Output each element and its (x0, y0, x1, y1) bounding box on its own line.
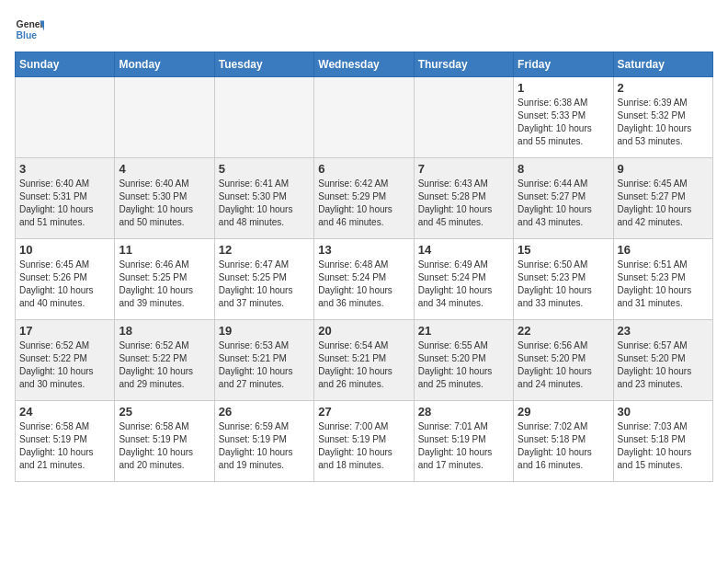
day-info: Sunrise: 6:51 AMSunset: 5:23 PMDaylight:… (618, 259, 709, 310)
day-number: 21 (418, 324, 509, 338)
calendar-day-cell: 3Sunrise: 6:40 AMSunset: 5:31 PMDaylight… (16, 158, 115, 239)
calendar-day-cell (214, 77, 313, 158)
day-number: 28 (418, 405, 509, 419)
calendar-day-cell: 17Sunrise: 6:52 AMSunset: 5:22 PMDayligh… (16, 320, 115, 401)
day-number: 16 (618, 243, 709, 257)
day-number: 10 (19, 243, 110, 257)
day-info: Sunrise: 6:45 AMSunset: 5:26 PMDaylight:… (19, 259, 110, 310)
day-info: Sunrise: 6:44 AMSunset: 5:27 PMDaylight:… (518, 178, 609, 229)
calendar-day-cell (414, 77, 513, 158)
weekday-header-monday: Monday (115, 52, 214, 77)
weekday-header-saturday: Saturday (613, 52, 712, 77)
day-info: Sunrise: 6:38 AMSunset: 5:33 PMDaylight:… (518, 97, 609, 148)
calendar-day-cell: 10Sunrise: 6:45 AMSunset: 5:26 PMDayligh… (16, 239, 115, 320)
day-info: Sunrise: 6:52 AMSunset: 5:22 PMDaylight:… (19, 339, 110, 391)
day-number: 4 (119, 162, 210, 176)
day-number: 1 (518, 81, 609, 95)
calendar-day-cell: 13Sunrise: 6:48 AMSunset: 5:24 PMDayligh… (314, 239, 414, 320)
day-info: Sunrise: 6:58 AMSunset: 5:19 PMDaylight:… (19, 420, 110, 472)
calendar-day-cell: 29Sunrise: 7:02 AMSunset: 5:18 PMDayligh… (514, 401, 613, 482)
day-info: Sunrise: 7:00 AMSunset: 5:19 PMDaylight:… (318, 420, 409, 472)
day-info: Sunrise: 6:40 AMSunset: 5:30 PMDaylight:… (119, 178, 210, 229)
weekday-header-wednesday: Wednesday (314, 52, 414, 77)
day-number: 30 (618, 405, 709, 419)
day-info: Sunrise: 6:59 AMSunset: 5:19 PMDaylight:… (219, 420, 310, 472)
day-number: 27 (318, 405, 409, 419)
day-number: 17 (19, 324, 110, 338)
calendar-table: SundayMondayTuesdayWednesdayThursdayFrid… (15, 52, 713, 482)
day-info: Sunrise: 6:45 AMSunset: 5:27 PMDaylight:… (618, 178, 709, 229)
calendar-day-cell: 26Sunrise: 6:59 AMSunset: 5:19 PMDayligh… (214, 401, 313, 482)
day-info: Sunrise: 6:49 AMSunset: 5:24 PMDaylight:… (418, 259, 509, 310)
day-number: 7 (418, 162, 509, 176)
svg-text:Blue: Blue (17, 30, 38, 40)
weekday-header-sunday: Sunday (16, 52, 115, 77)
calendar-week-row: 24Sunrise: 6:58 AMSunset: 5:19 PMDayligh… (16, 401, 713, 482)
day-info: Sunrise: 6:48 AMSunset: 5:24 PMDaylight:… (318, 259, 409, 310)
calendar-day-cell: 7Sunrise: 6:43 AMSunset: 5:28 PMDaylight… (414, 158, 513, 239)
day-info: Sunrise: 6:40 AMSunset: 5:31 PMDaylight:… (19, 178, 110, 229)
day-number: 18 (119, 324, 210, 338)
day-info: Sunrise: 6:58 AMSunset: 5:19 PMDaylight:… (119, 420, 210, 472)
calendar-day-cell: 19Sunrise: 6:53 AMSunset: 5:21 PMDayligh… (214, 320, 313, 401)
weekday-header-tuesday: Tuesday (214, 52, 313, 77)
page-header: General Blue (15, 15, 713, 44)
day-number: 13 (318, 243, 409, 257)
calendar-day-cell: 25Sunrise: 6:58 AMSunset: 5:19 PMDayligh… (115, 401, 214, 482)
day-number: 11 (119, 243, 210, 257)
calendar-day-cell: 16Sunrise: 6:51 AMSunset: 5:23 PMDayligh… (613, 239, 712, 320)
day-info: Sunrise: 6:50 AMSunset: 5:23 PMDaylight:… (518, 259, 609, 310)
day-number: 23 (618, 324, 709, 338)
calendar-week-row: 10Sunrise: 6:45 AMSunset: 5:26 PMDayligh… (16, 239, 713, 320)
calendar-day-cell: 24Sunrise: 6:58 AMSunset: 5:19 PMDayligh… (16, 401, 115, 482)
weekday-header-friday: Friday (514, 52, 613, 77)
day-info: Sunrise: 7:01 AMSunset: 5:19 PMDaylight:… (418, 420, 509, 472)
calendar-week-row: 17Sunrise: 6:52 AMSunset: 5:22 PMDayligh… (16, 320, 713, 401)
day-info: Sunrise: 6:55 AMSunset: 5:20 PMDaylight:… (418, 339, 509, 391)
day-number: 19 (219, 324, 310, 338)
calendar-week-row: 3Sunrise: 6:40 AMSunset: 5:31 PMDaylight… (16, 158, 713, 239)
calendar-day-cell: 4Sunrise: 6:40 AMSunset: 5:30 PMDaylight… (115, 158, 214, 239)
calendar-week-row: 1Sunrise: 6:38 AMSunset: 5:33 PMDaylight… (16, 77, 713, 158)
calendar-day-cell (314, 77, 414, 158)
day-info: Sunrise: 6:46 AMSunset: 5:25 PMDaylight:… (119, 259, 210, 310)
calendar-day-cell: 22Sunrise: 6:56 AMSunset: 5:20 PMDayligh… (514, 320, 613, 401)
calendar-header-row: SundayMondayTuesdayWednesdayThursdayFrid… (16, 52, 713, 77)
calendar-day-cell: 5Sunrise: 6:41 AMSunset: 5:30 PMDaylight… (214, 158, 313, 239)
day-info: Sunrise: 6:53 AMSunset: 5:21 PMDaylight:… (219, 339, 310, 391)
day-info: Sunrise: 7:03 AMSunset: 5:18 PMDaylight:… (618, 420, 709, 472)
day-number: 22 (518, 324, 609, 338)
day-info: Sunrise: 7:02 AMSunset: 5:18 PMDaylight:… (518, 420, 609, 472)
day-info: Sunrise: 6:41 AMSunset: 5:30 PMDaylight:… (219, 178, 310, 229)
day-info: Sunrise: 6:42 AMSunset: 5:29 PMDaylight:… (318, 178, 409, 229)
day-number: 12 (219, 243, 310, 257)
calendar-day-cell: 8Sunrise: 6:44 AMSunset: 5:27 PMDaylight… (514, 158, 613, 239)
calendar-day-cell: 18Sunrise: 6:52 AMSunset: 5:22 PMDayligh… (115, 320, 214, 401)
calendar-day-cell: 14Sunrise: 6:49 AMSunset: 5:24 PMDayligh… (414, 239, 513, 320)
calendar-day-cell: 23Sunrise: 6:57 AMSunset: 5:20 PMDayligh… (613, 320, 712, 401)
weekday-header-thursday: Thursday (414, 52, 513, 77)
logo-icon: General Blue (15, 15, 44, 44)
day-info: Sunrise: 6:54 AMSunset: 5:21 PMDaylight:… (318, 339, 409, 391)
day-number: 26 (219, 405, 310, 419)
day-number: 24 (19, 405, 110, 419)
day-info: Sunrise: 6:56 AMSunset: 5:20 PMDaylight:… (518, 339, 609, 391)
day-info: Sunrise: 6:52 AMSunset: 5:22 PMDaylight:… (119, 339, 210, 391)
day-number: 2 (618, 81, 709, 95)
day-number: 5 (219, 162, 310, 176)
day-info: Sunrise: 6:57 AMSunset: 5:20 PMDaylight:… (618, 339, 709, 391)
day-number: 6 (318, 162, 409, 176)
calendar-day-cell: 6Sunrise: 6:42 AMSunset: 5:29 PMDaylight… (314, 158, 414, 239)
calendar-day-cell: 2Sunrise: 6:39 AMSunset: 5:32 PMDaylight… (613, 77, 712, 158)
day-number: 20 (318, 324, 409, 338)
calendar-day-cell: 1Sunrise: 6:38 AMSunset: 5:33 PMDaylight… (514, 77, 613, 158)
day-number: 3 (19, 162, 110, 176)
calendar-day-cell (16, 77, 115, 158)
day-info: Sunrise: 6:43 AMSunset: 5:28 PMDaylight:… (418, 178, 509, 229)
day-number: 25 (119, 405, 210, 419)
day-number: 9 (618, 162, 709, 176)
logo: General Blue (15, 15, 44, 44)
day-info: Sunrise: 6:39 AMSunset: 5:32 PMDaylight:… (618, 97, 709, 148)
calendar-day-cell: 27Sunrise: 7:00 AMSunset: 5:19 PMDayligh… (314, 401, 414, 482)
calendar-day-cell: 30Sunrise: 7:03 AMSunset: 5:18 PMDayligh… (613, 401, 712, 482)
